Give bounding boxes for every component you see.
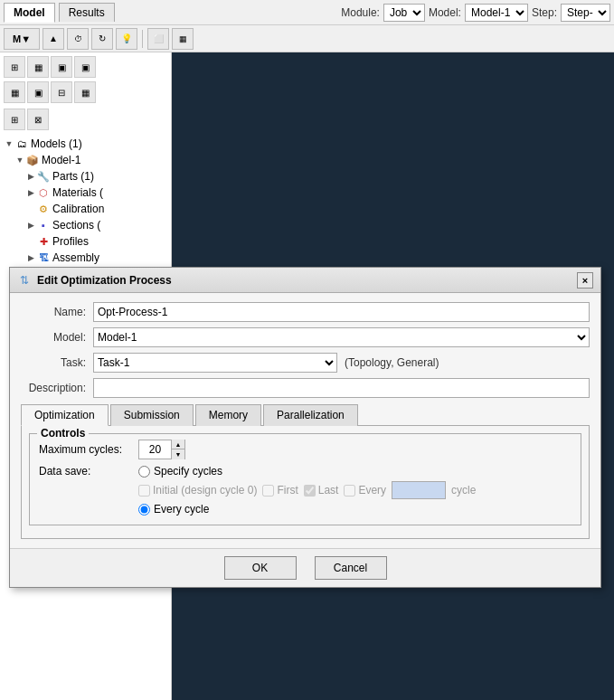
tab-results[interactable]: Results [59,3,115,22]
first-option[interactable]: First [262,484,298,497]
models-icon: 🗂 [14,137,29,151]
display-btn2[interactable]: ▦ [172,28,194,50]
last-checkbox[interactable] [304,485,316,497]
tree-calibration-label: Calibration [52,203,104,215]
tree-models[interactable]: ▼ 🗂 Models (1) [4,136,167,152]
tree-profiles[interactable]: ✚ Profiles [4,233,167,250]
max-cycles-input[interactable] [139,443,171,456]
specify-cycles-radio[interactable] [138,466,150,478]
tree-materials-label: Materials ( [52,186,103,199]
max-cycles-row: Maximum cycles: ▲ ▼ [39,440,571,459]
task-select[interactable]: Task-1 [93,353,337,373]
spinbox-down-btn[interactable]: ▼ [172,449,184,459]
every-option[interactable]: Every [344,484,386,497]
model-label-top: Model: [429,6,461,19]
tree-materials[interactable]: ▶ ⬡ Materials ( [4,184,167,201]
specify-cycles-option[interactable]: Specify cycles [138,465,222,478]
tree-icon9[interactable]: ⊞ [4,109,25,130]
every-cycle-option[interactable]: Every cycle [138,503,209,516]
dialog-footer: OK Cancel [10,548,600,587]
tree-icon6[interactable]: ▣ [27,81,49,103]
tree-icon2[interactable]: ▦ [27,56,49,78]
initial-checkbox[interactable] [138,485,150,497]
model-select-dialog[interactable]: Model-1 [93,327,590,347]
max-cycles-spinbox: ▲ ▼ [138,440,185,459]
sections-icon: ▪ [36,218,51,232]
model-toolbar-btn[interactable]: M▼ [4,28,40,50]
spinbox-up-btn[interactable]: ▲ [172,440,184,449]
tab-memory[interactable]: Memory [195,404,261,426]
first-label: First [277,484,298,497]
profiles-icon: ✚ [36,234,51,249]
model-label-dialog: Model: [21,331,93,344]
last-label: Last [318,484,339,497]
tree-icon7[interactable]: ⊟ [51,81,72,103]
tree-icon8[interactable]: ▦ [74,81,96,103]
task-row: Task: Task-1 (Topology, General) [21,353,590,373]
dialog-close-button[interactable]: × [577,272,593,289]
tree-expand-materials[interactable]: ▶ [25,187,36,198]
tree-sections-label: Sections ( [52,219,100,232]
every-checkbox[interactable] [344,485,355,497]
tree-expand-assembly[interactable]: ▶ [25,252,36,263]
every-cycle-radio[interactable] [138,504,150,516]
tree-parts-label: Parts (1) [52,170,94,183]
top-tab-bar: Model Results Module: Job Model: Model-1… [0,0,614,25]
tab-parallelization[interactable]: Parallelization [263,404,358,426]
description-input[interactable] [93,378,590,398]
specify-cycles-label: Specify cycles [154,465,222,478]
tab-optimization[interactable]: Optimization [21,404,109,426]
ok-button[interactable]: OK [224,556,297,580]
tree-calibration[interactable]: ⚙ Calibration [4,201,167,217]
first-checkbox[interactable] [262,485,274,497]
tree-expand-models[interactable]: ▼ [4,138,14,149]
tree-toolbar: ⊞ ▦ ▣ ▣ [4,56,167,78]
tree-icon3[interactable]: ▣ [51,56,72,78]
cycle-value-input[interactable] [392,481,446,499]
data-save-label: Data save: [39,465,138,478]
initial-option[interactable]: Initial (design cycle 0) [138,484,257,497]
history-btn[interactable]: ⏱ [67,28,89,50]
display-btn1[interactable]: ⬜ [147,28,169,50]
tree-assembly[interactable]: ▶ 🏗 Assembly [4,250,167,266]
step-label-top: Step: [532,6,557,19]
spinbox-arrows: ▲ ▼ [171,440,184,459]
tab-optimization-content: Controls Maximum cycles: ▲ ▼ Data save: [21,426,590,539]
tree-parts[interactable]: ▶ 🔧 Parts (1) [4,168,167,184]
up-btn[interactable]: ▲ [43,28,64,50]
tree-expand-sections[interactable]: ▶ [25,220,36,231]
model-select-top[interactable]: Model-1 [465,4,528,22]
tree-expand-model1[interactable]: ▼ [14,155,25,166]
module-select[interactable]: Job [383,4,425,22]
tree-toolbar2: ▦ ▣ ⊟ ▦ [4,81,167,103]
controls-group: Controls Maximum cycles: ▲ ▼ Data save: [29,433,581,525]
refresh-btn[interactable]: ↻ [91,28,113,50]
tree-expand-parts[interactable]: ▶ [25,171,36,182]
last-option[interactable]: Last [304,484,339,497]
every-label: Every [358,484,386,497]
tree-icon1[interactable]: ⊞ [4,56,25,78]
tree-model1[interactable]: ▼ 📦 Model-1 [4,152,167,168]
name-input[interactable] [93,302,590,322]
tree-icon10[interactable]: ⊠ [27,109,49,130]
tree-icon4[interactable]: ▣ [74,56,96,78]
step-select-top[interactable]: Step- [561,4,610,22]
tree-sections[interactable]: ▶ ▪ Sections ( [4,217,167,233]
edit-optimization-dialog: ⇅ Edit Optimization Process × Name: Mode… [9,267,601,588]
tree-models-label: Models (1) [31,137,82,150]
calibration-icon: ⚙ [36,202,51,216]
dialog-title-icon: ⇅ [17,273,32,288]
tree-icon5[interactable]: ▦ [4,81,25,103]
dialog-body: Name: Model: Model-1 Task: Task-1 (Topol… [10,293,600,548]
tab-model[interactable]: Model [4,3,55,23]
module-label: Module: [341,6,380,19]
description-label: Description: [21,382,93,394]
light-btn[interactable]: 💡 [116,28,137,50]
model-row: Model: Model-1 [21,327,590,347]
cancel-button[interactable]: Cancel [315,556,387,580]
tree-expand-profiles[interactable] [25,236,36,247]
tree-assembly-label: Assembly [52,251,99,264]
tab-submission[interactable]: Submission [110,404,194,426]
dialog-tabs: Optimization Submission Memory Paralleli… [21,403,590,426]
tree-expand-cal[interactable] [25,203,36,214]
